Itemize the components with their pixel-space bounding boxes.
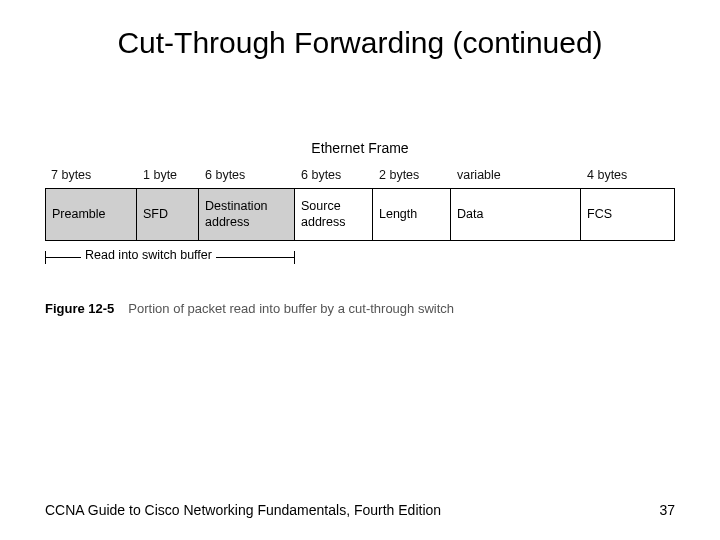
field-src: Source address xyxy=(295,189,373,240)
ethernet-frame-diagram: Ethernet Frame 7 bytes 1 byte 6 bytes 6 … xyxy=(45,140,675,316)
size-label: 1 byte xyxy=(137,164,199,188)
field-sfd: SFD xyxy=(137,189,199,240)
field-fcs: FCS xyxy=(581,189,675,240)
buffer-bracket: Read into switch buffer xyxy=(45,251,295,287)
bracket-label: Read into switch buffer xyxy=(81,248,216,262)
figure-caption-row: Figure 12-5 Portion of packet read into … xyxy=(45,301,675,316)
field-sizes-row: 7 bytes 1 byte 6 bytes 6 bytes 2 bytes v… xyxy=(45,164,675,188)
size-label: 2 bytes xyxy=(373,164,451,188)
slide-title: Cut-Through Forwarding (continued) xyxy=(0,0,720,60)
frame-title: Ethernet Frame xyxy=(45,140,675,156)
field-dest: Destination address xyxy=(199,189,295,240)
slide-footer: CCNA Guide to Cisco Networking Fundament… xyxy=(45,502,675,518)
size-label: 6 bytes xyxy=(295,164,373,188)
figure-caption: Portion of packet read into buffer by a … xyxy=(128,301,454,316)
field-names-row: Preamble SFD Destination address Source … xyxy=(45,188,675,241)
page-number: 37 xyxy=(659,502,675,518)
field-length: Length xyxy=(373,189,451,240)
figure-label: Figure 12-5 xyxy=(45,301,114,316)
size-label: 4 bytes xyxy=(581,164,675,188)
field-preamble: Preamble xyxy=(45,189,137,240)
footer-source: CCNA Guide to Cisco Networking Fundament… xyxy=(45,502,441,518)
size-label: variable xyxy=(451,164,581,188)
bracket-end-right xyxy=(294,251,295,264)
field-data: Data xyxy=(451,189,581,240)
size-label: 7 bytes xyxy=(45,164,137,188)
size-label: 6 bytes xyxy=(199,164,295,188)
